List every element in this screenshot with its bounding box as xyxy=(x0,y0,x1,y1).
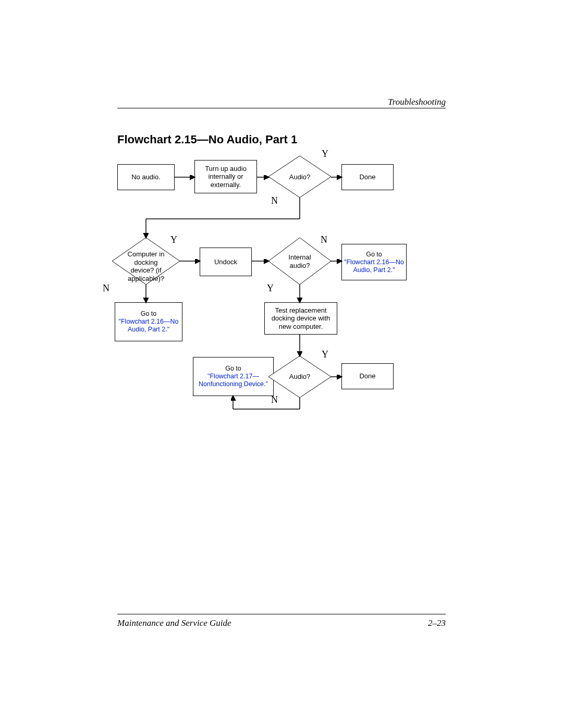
footer-rule xyxy=(117,614,446,614)
flowchart: No audio. Turn up audio internally or ex… xyxy=(117,149,446,435)
header-rule xyxy=(117,108,446,108)
connectors xyxy=(117,149,446,435)
footer-left: Maintenance and Service Guide xyxy=(117,618,231,628)
page: Troubleshooting Flowchart 2.15—No Audio,… xyxy=(0,0,563,728)
header-section: Troubleshooting xyxy=(388,97,446,107)
n-label-docking: N xyxy=(103,283,109,294)
footer-right: 2–23 xyxy=(428,618,446,628)
page-title: Flowchart 2.15—No Audio, Part 1 xyxy=(117,133,297,146)
